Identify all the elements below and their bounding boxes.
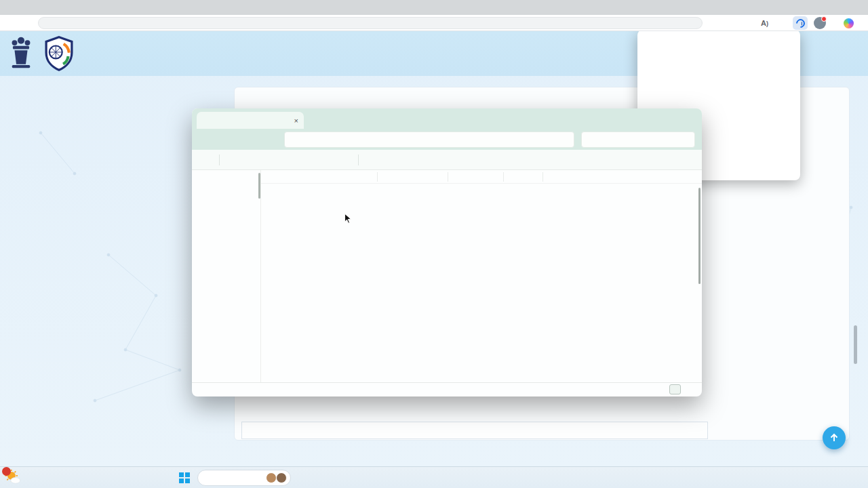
breadcrumb[interactable] [284,131,574,148]
section-chevron-icon[interactable] [832,101,841,110]
new-tab-button[interactable] [12,0,27,15]
weather-widget[interactable] [4,468,25,486]
system-tray [833,467,865,488]
explorer-file-list [261,170,702,382]
browser-window-controls [799,0,868,15]
copilot-chat-button[interactable] [838,17,863,30]
details-view-toggle-icon[interactable] [669,384,681,394]
software-table-row[interactable] [241,422,708,439]
window-close-button[interactable] [845,0,868,15]
notification-badge [2,467,11,476]
browser-tab-strip [0,0,868,15]
mouse-cursor [342,213,354,224]
explorer-address-bar [192,129,702,150]
taskbar [0,466,868,488]
file-list-scrollbar-thumb[interactable] [698,188,701,284]
start-button[interactable] [176,470,193,486]
view-button[interactable] [382,158,397,162]
column-date-modified[interactable] [378,172,448,182]
column-type[interactable] [448,172,504,182]
ashoka-emblem-logo [8,34,34,72]
windows-logo-icon [179,472,190,483]
explorer-maximize-button[interactable] [656,108,676,129]
sidebar-scrollbar-thumb[interactable] [258,173,260,199]
arrow-up-icon [829,432,840,443]
explorer-window-controls [635,108,696,129]
search-highlight-avatar [276,472,287,483]
explorer-minimize-button[interactable] [635,108,656,129]
large-icons-view-toggle-icon[interactable] [684,384,695,394]
column-name[interactable] [261,172,378,182]
browser-toolbar: A) [0,15,868,31]
taskbar-search[interactable] [197,470,291,486]
explorer-status-bar [192,382,702,396]
taskbar-center [176,467,296,488]
copilot-icon [844,18,854,28]
read-aloud-icon[interactable]: A) [761,19,768,27]
search-highlight-avatar [266,472,277,483]
column-headers [261,170,702,184]
weather-icon [4,468,22,486]
nic-vpn-shield-logo [41,35,77,72]
tab-search-chevron-icon[interactable] [0,0,12,15]
explorer-tab-downloads[interactable]: × [197,112,304,129]
page-scrollbar-thumb[interactable] [854,325,857,364]
explorer-close-button[interactable] [676,108,696,129]
browser-toolbar-right: A) [761,15,863,31]
new-button[interactable] [199,158,214,162]
window-maximize-button[interactable] [822,0,845,15]
search-downloads-input[interactable] [581,131,695,148]
explorer-tab-close-icon[interactable]: × [294,117,298,125]
file-explorer-window: × [192,108,702,396]
downloads-tab-icon [202,116,211,125]
scroll-to-top-button[interactable] [823,426,846,449]
explorer-command-bar [192,150,702,170]
webpage: ▾ × [0,31,868,466]
sort-button[interactable] [364,158,379,162]
downloads-icon[interactable] [793,16,808,30]
explorer-title-bar: × [192,108,702,129]
column-size[interactable] [504,172,543,182]
profile-avatar[interactable] [814,17,826,29]
explorer-sidebar [192,170,261,382]
explorer-body [192,170,702,382]
notifications-bell-icon [440,48,450,58]
explorer-new-tab-button[interactable] [309,112,322,129]
window-minimize-button[interactable] [799,0,822,15]
address-bar[interactable] [38,17,703,29]
